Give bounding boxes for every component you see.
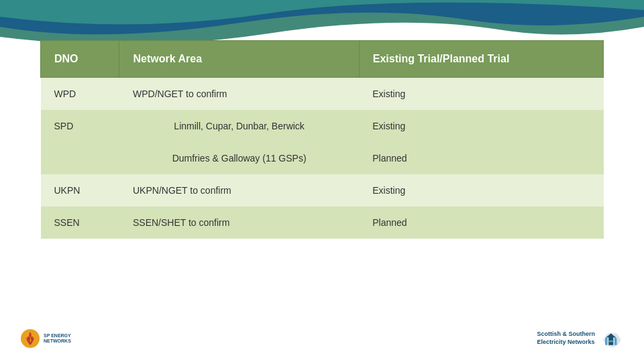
table-row: WPD WPD/NGET to confirm Existing — [41, 78, 604, 111]
cell-trial: Existing — [359, 174, 603, 206]
data-table: DNO Network Area Existing Trial/Planned … — [40, 40, 604, 239]
sp-flame-icon — [20, 328, 40, 349]
sp-energy-logo: SP ENERGY NETWORKS — [20, 328, 71, 349]
header-trial: Existing Trial/Planned Trial — [359, 41, 603, 78]
cell-dno: SSEN — [41, 206, 119, 239]
cell-network-area: UKPN/NGET to confirm — [119, 174, 359, 206]
footer: SP ENERGY NETWORKS Scottish & Southern E… — [20, 322, 624, 355]
cell-dno: SPD — [41, 110, 119, 142]
table-header-row: DNO Network Area Existing Trial/Planned … — [41, 41, 604, 78]
header-dno: DNO — [41, 41, 119, 78]
table-row: Dumfries & Galloway (11 GSPs) Planned — [41, 142, 604, 174]
cell-dno: WPD — [41, 78, 119, 111]
cell-trial: Existing — [359, 110, 603, 142]
header-wave — [0, 0, 644, 44]
cell-trial: Planned — [359, 142, 603, 174]
sp-networks-label: SP ENERGY NETWORKS — [44, 333, 71, 345]
table-row: UKPN UKPN/NGET to confirm Existing — [41, 174, 604, 206]
cell-network-area: SSEN/SHET to confirm — [119, 206, 359, 239]
cell-dno: UKPN — [41, 174, 119, 206]
cell-dno — [41, 142, 119, 174]
cell-trial: Existing — [359, 78, 603, 111]
cell-network-area: WPD/NGET to confirm — [119, 78, 359, 111]
main-content: DNO Network Area Existing Trial/Planned … — [40, 40, 604, 322]
sse-icon — [600, 327, 624, 351]
cell-network-area: Dumfries & Galloway (11 GSPs) — [119, 142, 359, 174]
sse-logo: Scottish & Southern Electricity Networks — [537, 327, 624, 351]
table-row: SSEN SSEN/SHET to confirm Planned — [41, 206, 604, 239]
sse-label: Scottish & Southern Electricity Networks — [537, 330, 595, 346]
header-network-area: Network Area — [119, 41, 359, 78]
table-row: SPD Linmill, Cupar, Dunbar, Berwick Exis… — [41, 110, 604, 142]
cell-trial: Planned — [359, 206, 603, 239]
cell-network-area: Linmill, Cupar, Dunbar, Berwick — [119, 110, 359, 142]
